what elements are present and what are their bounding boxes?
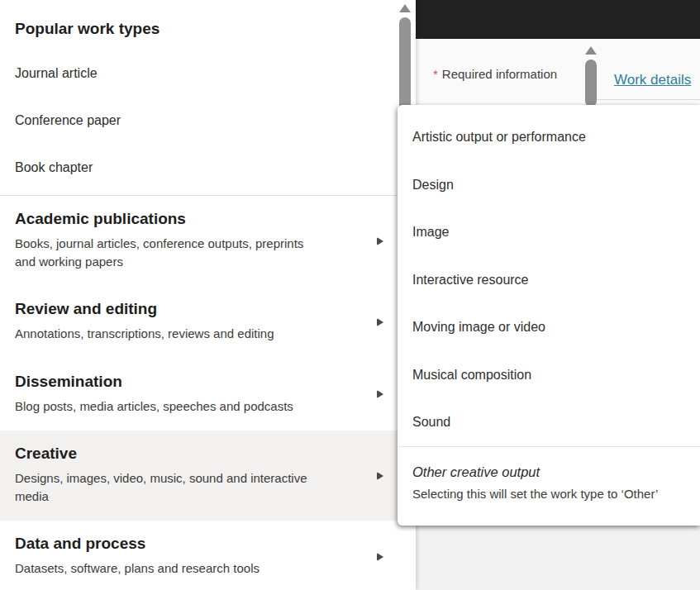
- section-title: Academic publications: [15, 208, 366, 230]
- work-details-link[interactable]: Work details: [614, 72, 691, 88]
- chevron-right-icon: [377, 318, 383, 326]
- creative-submenu-list: Artistic output or performance Design Im…: [398, 105, 700, 446]
- required-asterisk: *: [433, 67, 438, 81]
- work-type-menu: Popular work types Journal article Confe…: [0, 0, 416, 590]
- section-title: Data and process: [15, 533, 366, 554]
- menu-item-book-chapter[interactable]: Book chapter: [0, 144, 416, 191]
- section-title: Dissemination: [15, 371, 366, 393]
- chevron-right-icon: [377, 237, 383, 245]
- submenu-item-moving-image-or-video[interactable]: Moving image or video: [398, 303, 700, 351]
- submenu-item-image[interactable]: Image: [398, 208, 700, 256]
- section-academic-publications[interactable]: Academic publications Books, journal art…: [0, 196, 416, 286]
- section-description: Datasets, software, plans and research t…: [15, 559, 366, 578]
- required-information-note: *Required information: [433, 67, 557, 81]
- chevron-right-icon: [377, 472, 383, 480]
- section-title: Review and editing: [15, 298, 366, 320]
- section-dissemination[interactable]: Dissemination Blog posts, media articles…: [0, 359, 416, 431]
- content-divider: [589, 99, 700, 100]
- other-creative-output-title: Other creative output: [412, 462, 695, 482]
- section-data-and-process[interactable]: Data and process Datasets, software, pla…: [0, 521, 416, 590]
- other-creative-output-note: Selecting this will set the work type to…: [412, 485, 695, 502]
- modal-scrollbar-thumb[interactable]: [585, 59, 597, 107]
- add-work-screen: *Required information Work details Popul…: [0, 0, 700, 590]
- submenu-item-design[interactable]: Design: [398, 161, 700, 209]
- submenu-item-artistic-output[interactable]: Artistic output or performance: [398, 113, 700, 161]
- submenu-item-musical-composition[interactable]: Musical composition: [398, 351, 700, 399]
- chevron-right-icon: [377, 390, 383, 398]
- popular-work-types-list: Journal article Conference paper Book ch…: [0, 50, 416, 191]
- popular-work-types-header: Popular work types: [15, 20, 401, 38]
- submenu-item-interactive-resource[interactable]: Interactive resource: [398, 256, 700, 304]
- chevron-right-icon: [377, 553, 383, 561]
- scroll-up-arrow-icon[interactable]: [399, 4, 411, 12]
- submenu-item-sound[interactable]: Sound: [398, 398, 700, 446]
- submenu-item-other-creative-output[interactable]: Other creative output Selecting this wil…: [398, 447, 700, 502]
- section-description: Designs, images, video, music, sound and…: [15, 469, 366, 505]
- section-description: Annotations, transcriptions, reviews and…: [15, 325, 366, 343]
- section-title: Creative: [15, 443, 366, 464]
- section-description: Books, journal articles, conference outp…: [15, 235, 366, 270]
- creative-submenu: Artistic output or performance Design Im…: [398, 105, 700, 526]
- modal-header-bar: [416, 0, 700, 39]
- menu-item-journal-article[interactable]: Journal article: [0, 50, 416, 97]
- section-creative[interactable]: Creative Designs, images, video, music, …: [0, 431, 416, 521]
- section-review-and-editing[interactable]: Review and editing Annotations, transcri…: [0, 286, 416, 359]
- scroll-up-arrow-icon[interactable]: [585, 46, 597, 55]
- menu-item-conference-paper[interactable]: Conference paper: [0, 97, 416, 144]
- section-description: Blog posts, media articles, speeches and…: [15, 397, 366, 416]
- required-note-text: Required information: [442, 67, 557, 81]
